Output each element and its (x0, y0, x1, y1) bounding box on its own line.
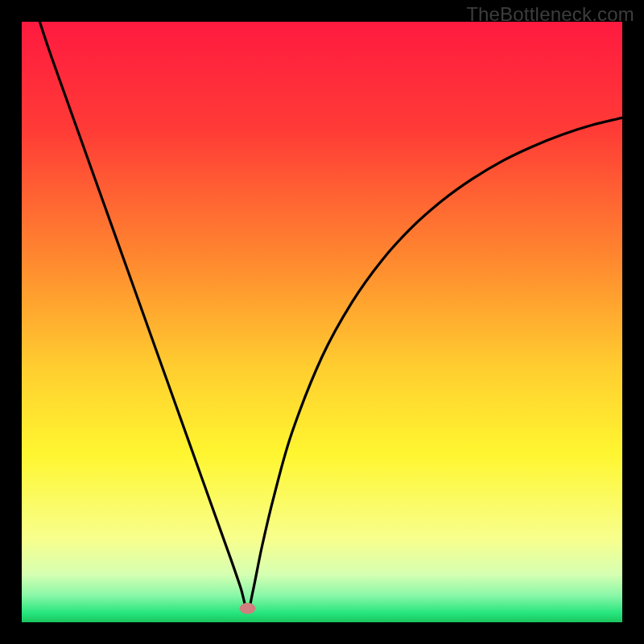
optimal-point-marker (240, 603, 256, 614)
chart-svg (22, 22, 622, 622)
gradient-background (22, 22, 622, 622)
chart-frame: TheBottleneck.com (0, 0, 644, 644)
plot-area (22, 22, 622, 622)
